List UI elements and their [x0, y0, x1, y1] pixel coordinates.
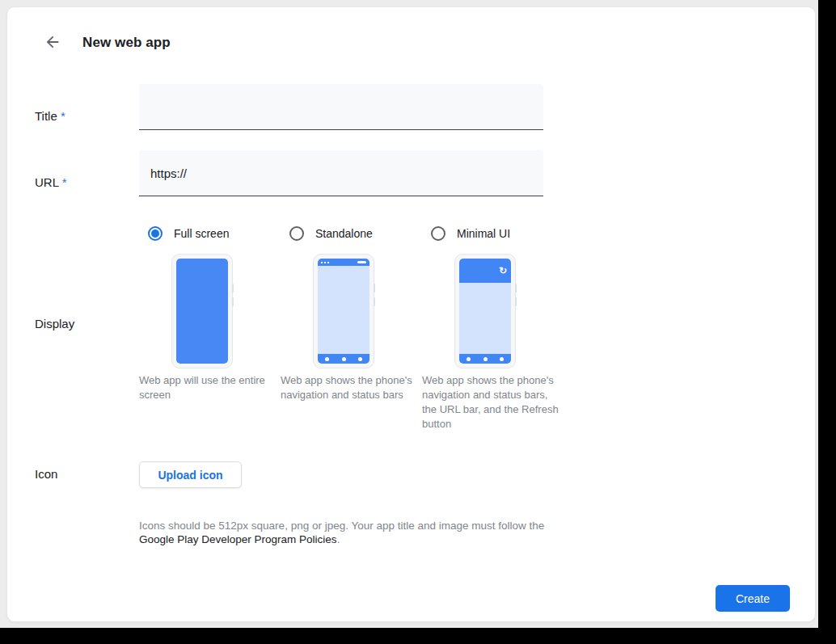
- option-description: Web app shows the phone's navigation and…: [422, 373, 564, 431]
- phone-side-button: [374, 284, 375, 293]
- create-button[interactable]: Create: [716, 585, 790, 612]
- arrow-left-icon: [44, 33, 61, 53]
- display-option-minimal-ui: Minimal UI ↻ Web app shows the: [422, 225, 564, 431]
- helper-text: Icons should be 512px square, png or jpe…: [139, 520, 544, 532]
- dialog-header: New web app: [44, 34, 171, 52]
- radio-label: Standalone: [315, 227, 373, 240]
- url-field-label: URL *: [35, 175, 66, 189]
- phone-navigation-bar: [459, 354, 511, 364]
- url-label-text: URL: [35, 175, 58, 189]
- page-background: New web app Title * URL * Display Full s…: [0, 0, 818, 628]
- minimal-ui-phone-preview: ↻: [454, 254, 516, 368]
- nav-button: [358, 357, 362, 361]
- upload-icon-button[interactable]: Upload icon: [139, 461, 242, 488]
- phone-screen-standalone: [318, 259, 369, 364]
- nav-button: [500, 357, 504, 361]
- title-required-marker: *: [61, 109, 65, 123]
- phone-screen-minimal-ui: ↻: [459, 259, 511, 364]
- phone-side-button: [515, 297, 517, 306]
- back-button[interactable]: [44, 34, 61, 52]
- display-field-label: Display: [35, 317, 74, 330]
- phone-status-bar: [318, 259, 369, 266]
- fullscreen-phone-preview: [171, 254, 233, 368]
- option-description: Web app will use the entire screen: [139, 373, 281, 402]
- helper-policy-line: Google Play Developer Program Policies.: [139, 532, 547, 546]
- url-input[interactable]: [139, 150, 543, 196]
- option-description: Web app shows the phone's navigation and…: [281, 373, 422, 402]
- nav-button: [325, 357, 329, 361]
- radio-label: Minimal UI: [457, 227, 510, 240]
- radio-label: Full screen: [174, 227, 229, 240]
- radio-standalone[interactable]: Standalone: [281, 225, 422, 242]
- radio-icon-unselected[interactable]: [289, 226, 304, 241]
- radio-icon-unselected[interactable]: [431, 226, 445, 241]
- phone-side-button: [515, 284, 517, 293]
- phone-screen-fullscreen: [176, 259, 228, 364]
- helper-suffix: .: [337, 533, 340, 545]
- display-option-standalone: Standalone Web ap: [281, 225, 422, 402]
- battery-icon: [357, 261, 366, 263]
- phone-web-content: [459, 283, 511, 354]
- radio-icon-selected[interactable]: [148, 226, 163, 241]
- nav-button: [467, 357, 471, 361]
- display-option-full-screen: Full screen Web app will use the entire …: [139, 225, 281, 402]
- icon-field-label: Icon: [35, 467, 57, 481]
- standalone-phone-preview: [313, 254, 374, 368]
- title-input[interactable]: [139, 84, 543, 130]
- policies-link[interactable]: Google Play Developer Program Policies: [139, 533, 337, 545]
- phone-side-button: [374, 297, 375, 306]
- title-label-text: Title: [35, 109, 57, 123]
- radio-full-screen[interactable]: Full screen: [139, 225, 281, 242]
- phone-side-button: [232, 284, 234, 293]
- phone-web-content: [318, 266, 369, 354]
- radio-minimal-ui[interactable]: Minimal UI: [422, 225, 564, 242]
- title-field-label: Title *: [35, 109, 65, 123]
- status-icons: [321, 262, 329, 263]
- new-web-app-dialog: New web app Title * URL * Display Full s…: [6, 6, 816, 622]
- icon-helper-text: Icons should be 512px square, png or jpe…: [139, 519, 547, 546]
- page-title: New web app: [82, 35, 171, 51]
- phone-url-bar: ↻: [459, 259, 511, 283]
- refresh-icon: ↻: [499, 266, 507, 276]
- phone-navigation-bar: [318, 354, 369, 364]
- phone-side-button: [232, 297, 234, 306]
- nav-button: [342, 357, 346, 361]
- url-required-marker: *: [62, 175, 67, 189]
- nav-button: [483, 357, 488, 361]
